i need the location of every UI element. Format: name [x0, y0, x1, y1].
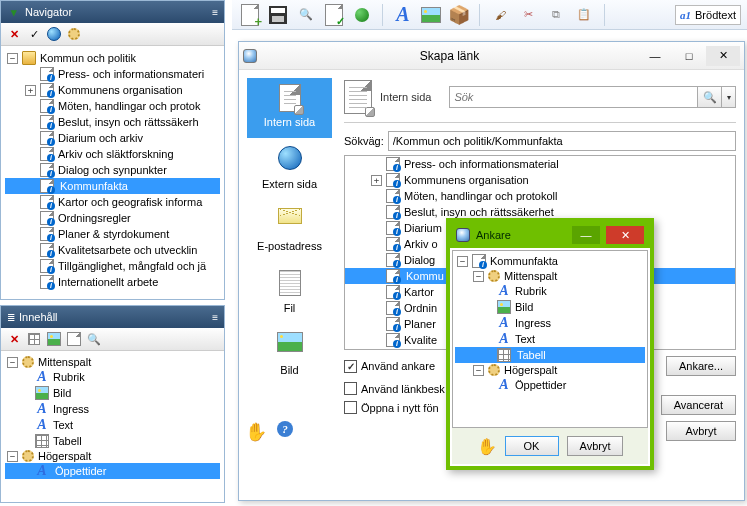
cube-icon[interactable]: 📦 [447, 3, 471, 27]
anchor-item[interactable]: ARubrik [455, 283, 645, 299]
navigator-title: Navigator [25, 6, 72, 18]
tab-intern-sida[interactable]: Intern sida [247, 78, 332, 138]
navigator-header: ▾ Navigator ≡ [1, 1, 224, 23]
nav-item[interactable]: iMöten, handlingar och protok [5, 98, 220, 114]
tab-extern-sida[interactable]: Extern sida [247, 138, 332, 200]
use-anchor-checkbox[interactable] [344, 360, 357, 373]
nav-item[interactable]: iInternationellt arbete [5, 274, 220, 290]
image-icon[interactable] [419, 3, 443, 27]
page-check-icon[interactable]: ✓ [322, 3, 346, 27]
anchor-item[interactable]: AText [455, 331, 645, 347]
search-input[interactable] [449, 86, 698, 108]
refresh-icon[interactable]: ✓ [25, 25, 43, 43]
dlg-tree-item[interactable]: +iKommunens organisation [345, 172, 735, 188]
content-item[interactable]: Tabell [5, 433, 220, 449]
minimize-button[interactable]: — [572, 226, 600, 244]
new-page-icon[interactable]: + [238, 3, 262, 27]
advanced-button[interactable]: Avancerat [661, 395, 736, 415]
nav-item[interactable]: iKartor och geografisk informa [5, 194, 220, 210]
use-anchor-label: Använd ankare [361, 360, 435, 372]
tab-bild[interactable]: Bild [247, 324, 332, 386]
content-title: Innehåll [19, 311, 58, 323]
dialog-heading-row: Intern sida 🔍 ▾ [344, 78, 736, 123]
globe-icon [277, 146, 303, 172]
anchor-dialog-title: Ankare [476, 229, 511, 241]
content-item[interactable]: ARubrik [5, 369, 220, 385]
content-toolbar: ✕ 🔍 [1, 328, 224, 351]
content-tree[interactable]: −MittenspaltARubrikBildAIngressATextTabe… [1, 351, 224, 501]
style-icon: a1 [680, 9, 691, 21]
anchor-cancel-button[interactable]: Avbryt [567, 436, 624, 456]
anchor-button[interactable]: Ankare... [666, 356, 736, 376]
nav-item[interactable]: iOrdningsregler [5, 210, 220, 226]
help-icon[interactable]: ? [277, 421, 293, 437]
anchor-item[interactable]: Bild [455, 299, 645, 315]
nav-item[interactable]: iTillgänglighet, mångfald och jä [5, 258, 220, 274]
globe-icon[interactable] [45, 25, 63, 43]
gear-icon[interactable] [65, 25, 83, 43]
nav-item[interactable]: iDialog och synpunkter [5, 162, 220, 178]
delete-icon[interactable]: ✕ [5, 25, 23, 43]
content-item[interactable]: Bild [5, 385, 220, 401]
close-button[interactable]: ✕ [706, 46, 740, 66]
maximize-button[interactable]: □ [672, 46, 706, 66]
panel-menu-icon[interactable]: ≡ [212, 312, 218, 323]
dlg-tree-item[interactable]: iPress- och informationsmaterial [345, 156, 735, 172]
nav-item[interactable]: iBeslut, insyn och rättssäkerh [5, 114, 220, 130]
close-button[interactable]: ✕ [606, 226, 644, 244]
tab-epost[interactable]: E-postadress [247, 200, 332, 262]
image-icon[interactable] [45, 330, 63, 348]
link-dialog-title: Skapa länk [261, 49, 638, 63]
nav-item[interactable]: iPlaner & styrdokument [5, 226, 220, 242]
preview-icon[interactable]: 🔍 [85, 330, 103, 348]
search-dropdown[interactable]: ▾ [722, 86, 736, 108]
minimize-button[interactable]: — [638, 46, 672, 66]
nav-item[interactable]: iArkiv och släktforskning [5, 146, 220, 162]
envelope-icon [277, 208, 303, 234]
edit-icon[interactable] [25, 330, 43, 348]
tab-label: Intern sida [249, 116, 330, 128]
search-icon[interactable]: 🔍 [294, 3, 318, 27]
cancel-button[interactable]: Avbryt [666, 421, 736, 441]
content-item[interactable]: AÖppettider [5, 463, 220, 479]
save-icon[interactable] [266, 3, 290, 27]
image-icon [277, 332, 303, 358]
copy-icon[interactable]: ⧉ [544, 3, 568, 27]
ok-button[interactable]: OK [505, 436, 559, 456]
content-item[interactable]: AText [5, 417, 220, 433]
tab-fil[interactable]: Fil [247, 262, 332, 324]
search-button[interactable]: 🔍 [698, 86, 722, 108]
open-new-window-checkbox[interactable] [344, 401, 357, 414]
link-dialog-titlebar: Skapa länk — □ ✕ [239, 42, 744, 70]
nav-item[interactable]: iDiarium och arkiv [5, 130, 220, 146]
navigator-tree[interactable]: −Kommun och politikiPress- och informati… [1, 46, 224, 298]
path-input[interactable] [388, 131, 736, 151]
dlg-tree-item[interactable]: iMöten, handlingar och protokoll [345, 188, 735, 204]
nav-item[interactable]: iKvalitetsarbete och utvecklin [5, 242, 220, 258]
anchor-tree[interactable]: −iKommunfakta−MittenspaltARubrikBildAIng… [452, 250, 648, 428]
content-header: ≣ Innehåll ≡ [1, 306, 224, 328]
panel-menu-icon[interactable]: ≡ [212, 7, 218, 18]
content-item[interactable]: AIngress [5, 401, 220, 417]
content-panel: ≣ Innehåll ≡ ✕ 🔍 −MittenspaltARubrikBild… [0, 305, 225, 503]
anchor-dialog-titlebar[interactable]: Ankare — ✕ [450, 222, 650, 248]
use-linkdesc-label: Använd länkbesk [361, 383, 445, 395]
anchor-item[interactable]: AÖppettider [455, 377, 645, 393]
accessibility-icon[interactable]: ✋ [477, 437, 497, 456]
brush-icon[interactable]: 🖌 [488, 3, 512, 27]
anchor-item[interactable]: Tabell [455, 347, 645, 363]
accessibility-icon[interactable]: ✋ [245, 421, 267, 443]
anchor-item[interactable]: AIngress [455, 315, 645, 331]
nav-item[interactable]: iKommunfakta [5, 178, 220, 194]
delete-icon[interactable]: ✕ [5, 330, 23, 348]
cut-icon[interactable]: ✂ [516, 3, 540, 27]
use-linkdesc-checkbox[interactable] [344, 382, 357, 395]
nav-item[interactable]: iPress- och informationsmateri [5, 66, 220, 82]
page-icon [279, 84, 301, 112]
nav-item[interactable]: +iKommunens organisation [5, 82, 220, 98]
paragraph-style-selector[interactable]: a1 Brödtext [675, 5, 741, 25]
text-style-icon[interactable]: A [391, 3, 415, 27]
publish-icon[interactable] [350, 3, 374, 27]
script-icon[interactable] [65, 330, 83, 348]
paste-icon[interactable]: 📋 [572, 3, 596, 27]
